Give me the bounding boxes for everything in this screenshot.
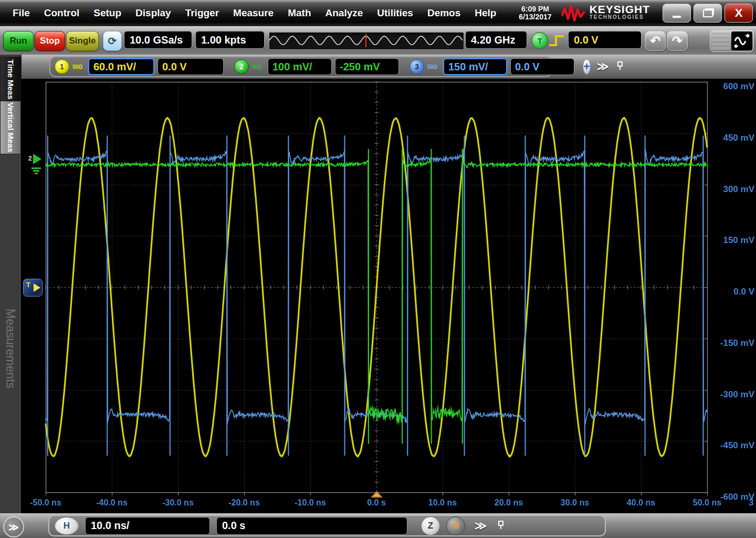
- brand-name: KEYSIGHT: [590, 5, 650, 13]
- menu-item-measure[interactable]: Measure: [233, 7, 274, 19]
- trigger-frequency-box: 4.20 GHz: [465, 31, 527, 49]
- x-axis-label: 10.0 ns: [417, 498, 468, 508]
- y-axis-label: -150 mV: [707, 338, 754, 349]
- autoscale-icon: [731, 31, 752, 50]
- tab-vertical-meas[interactable]: Vertical Meas: [0, 101, 21, 154]
- clock-date: 6/13/2017: [519, 13, 551, 21]
- trigger-level-marker[interactable]: T: [23, 279, 43, 297]
- sidebar: Time Meas Vertical Meas Measurements: [0, 55, 22, 513]
- keysight-logo: KEYSIGHT TECHNOLOGIES: [561, 4, 650, 22]
- x-axis-label: 20.0 ns: [484, 498, 534, 508]
- waveform-canvas[interactable]: [21, 79, 756, 513]
- add-channel-button[interactable]: +: [583, 59, 591, 75]
- channel2-scale-box[interactable]: 100 mV/: [268, 58, 332, 75]
- y-axis-label: 300 mV: [707, 184, 754, 195]
- channel-more-button[interactable]: ≫: [597, 60, 609, 73]
- horizontal-bar: ≫ H 10.0 ns/ 0.0 s Z ⁞⁞⁞ ≫: [0, 513, 756, 538]
- memory-depth-box[interactable]: 1.00 kpts: [195, 31, 265, 49]
- timebase-position-box[interactable]: 0.0 s: [216, 517, 407, 535]
- menu-item-utilities[interactable]: Utilities: [377, 7, 413, 19]
- x-axis-label: -20.0 ns: [219, 498, 269, 508]
- title-bar: FileControlSetupDisplayTriggerMeasureMat…: [0, 0, 756, 26]
- restore-button[interactable]: [694, 4, 722, 23]
- trigger-level-marker-label: T: [26, 281, 30, 289]
- menu-item-file[interactable]: File: [13, 7, 30, 19]
- x-axis-label: -40.0 ns: [87, 498, 137, 508]
- menu-item-control[interactable]: Control: [44, 7, 80, 19]
- oscilloscope-window: FileControlSetupDisplayTriggerMeasureMat…: [0, 0, 756, 538]
- expand-button[interactable]: ≫: [3, 516, 24, 537]
- menu-item-math[interactable]: Math: [288, 7, 311, 19]
- x-axis-label: 40.0 ns: [616, 498, 666, 508]
- minimize-button[interactable]: [663, 4, 691, 23]
- touchzone-icon: [711, 32, 730, 50]
- channel-bar: 1 50Ω 60.0 mV/ 0.0 V 2 50Ω 100 mV/ -250 …: [0, 55, 756, 79]
- zoom-button[interactable]: Z: [421, 516, 440, 535]
- hbar-pin-icon[interactable]: [497, 520, 505, 532]
- stop-button[interactable]: Stop: [35, 31, 65, 51]
- channel-group: 1 50Ω 60.0 mV/ 0.0 V 2 50Ω 100 mV/ -250 …: [49, 56, 552, 77]
- timebase-group: H 10.0 ns/ 0.0 s Z ⁞⁞⁞ ≫: [48, 515, 606, 536]
- undo-button[interactable]: ↶: [645, 31, 666, 51]
- channel2-ground-marker[interactable]: 2: [28, 154, 47, 178]
- restore-icon: [703, 9, 713, 17]
- x-axis-label: -10.0 ns: [285, 498, 335, 508]
- channel1-scale-box[interactable]: 60.0 mV/: [88, 58, 154, 75]
- trigger-edge-icon[interactable]: [548, 33, 565, 50]
- undo-icon: ↶: [650, 34, 660, 48]
- channel2-impedance: 50Ω: [252, 64, 265, 70]
- pin-icon[interactable]: [616, 61, 624, 72]
- menu-item-help[interactable]: Help: [475, 7, 496, 19]
- menu-item-display[interactable]: Display: [135, 7, 171, 19]
- menu-item-setup[interactable]: Setup: [93, 7, 121, 19]
- y-axis-label: 450 mV: [707, 133, 754, 143]
- ground-icon: [32, 167, 41, 169]
- redo-icon: ↷: [672, 34, 682, 48]
- clock: 6:09 PM 6/13/2017: [519, 5, 551, 21]
- acquisition-preview-waveform: [269, 33, 463, 48]
- x-axis-label: 0.0 s: [351, 498, 402, 508]
- single-button[interactable]: Single: [66, 31, 99, 51]
- menu-item-trigger[interactable]: Trigger: [185, 7, 219, 19]
- x-axis-label: 50.0 ns: [682, 498, 732, 508]
- hbar-more-button[interactable]: ≫: [475, 519, 487, 533]
- channel2-offset-box[interactable]: -250 mV: [335, 58, 399, 75]
- channel3-offset-box[interactable]: 0.0 V: [510, 58, 574, 75]
- tab-time-meas[interactable]: Time Meas: [0, 57, 21, 102]
- brand-subtitle: TECHNOLOGIES: [590, 13, 650, 21]
- y-axis-label: 600 mV: [707, 81, 754, 92]
- x-axis-label: -50.0 ns: [20, 498, 71, 508]
- autoscale-button[interactable]: [710, 30, 754, 52]
- measurements-panel-title: Measurements: [0, 254, 20, 443]
- run-button[interactable]: Run: [3, 31, 34, 51]
- menu-item-demos[interactable]: Demos: [427, 7, 460, 19]
- trigger-source-button[interactable]: T: [531, 32, 548, 49]
- sample-rate-box[interactable]: 10.0 GSa/s: [124, 31, 192, 49]
- channel2-marker-label: 2: [28, 155, 32, 162]
- x-axis-label: -30.0 ns: [153, 498, 203, 508]
- touch-button[interactable]: ⟳: [103, 31, 122, 51]
- channel2-button[interactable]: 2: [234, 59, 249, 74]
- channel1-button[interactable]: 1: [55, 59, 69, 74]
- intensity-button[interactable]: ⁞⁞⁞: [446, 516, 465, 535]
- channel1-offset-box[interactable]: 0.0 V: [158, 58, 224, 75]
- x-axis-label: 30.0 ns: [550, 498, 600, 508]
- timebase-scale-box[interactable]: 10.0 ns/: [85, 517, 210, 535]
- waveform-display: 600 mV450 mV300 mV150 mV0.0 V-150 mV-300…: [21, 79, 756, 513]
- channel1-impedance: 50Ω: [72, 64, 85, 70]
- y-axis-label: 150 mV: [707, 235, 754, 246]
- y-axis-label: -450 mV: [707, 440, 754, 451]
- horizontal-button[interactable]: H: [55, 517, 79, 535]
- intensity-icon: ⁞⁞⁞: [453, 521, 459, 531]
- acquisition-preview[interactable]: [269, 32, 464, 50]
- redo-button[interactable]: ↷: [667, 31, 688, 51]
- minimize-icon: [673, 16, 681, 18]
- channel3-button[interactable]: 3: [410, 59, 424, 74]
- trigger-level-box[interactable]: 0.0 V: [568, 31, 642, 49]
- menu-bar: FileControlSetupDisplayTriggerMeasureMat…: [0, 7, 496, 19]
- y-axis-label: 0.0 V: [707, 287, 754, 297]
- close-button[interactable]: X: [724, 4, 753, 23]
- keysight-spark-icon: [561, 4, 585, 22]
- menu-item-analyze[interactable]: Analyze: [326, 7, 363, 19]
- channel3-scale-box[interactable]: 150 mV/: [443, 58, 507, 75]
